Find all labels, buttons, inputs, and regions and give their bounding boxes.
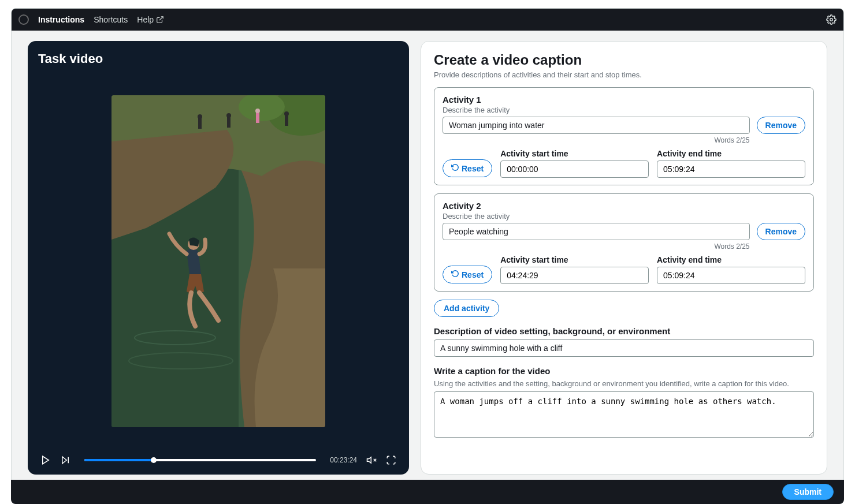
svg-marker-20 [367, 457, 371, 464]
describe-label: Describe the activity [443, 106, 805, 114]
video-area [38, 73, 399, 449]
svg-rect-6 [285, 115, 288, 126]
svg-marker-18 [62, 457, 67, 464]
bottom-bar: Submit [11, 480, 844, 504]
progress-thumb[interactable] [151, 457, 157, 463]
nav-help[interactable]: Help [137, 15, 164, 24]
word-count: Words 2/25 [443, 242, 750, 251]
svg-marker-17 [43, 456, 49, 464]
svg-rect-10 [198, 118, 202, 129]
fullscreen-icon[interactable] [386, 455, 396, 465]
start-time-label: Activity start time [500, 255, 649, 264]
activity-card: Activity 2 Describe the activity Words 2… [434, 193, 814, 292]
caption-label: Write a caption for the video [434, 366, 814, 376]
remove-activity-button[interactable]: Remove [757, 117, 805, 134]
settings-icon[interactable] [826, 14, 837, 25]
nav-instructions[interactable]: Instructions [38, 15, 84, 24]
video-panel: Task video [28, 41, 409, 475]
end-time-label: Activity end time [657, 255, 805, 264]
activity-heading: Activity 1 [443, 95, 805, 104]
brand-logo [18, 14, 29, 25]
caption-help: Using the activities and the setting, ba… [434, 379, 814, 388]
reset-time-button[interactable]: Reset [443, 159, 492, 177]
submit-button[interactable]: Submit [782, 484, 834, 500]
video-title: Task video [38, 51, 399, 66]
svg-point-13 [226, 113, 231, 118]
describe-label: Describe the activity [443, 212, 805, 221]
video-controls: 00:23:24 [38, 449, 399, 468]
activity-card: Activity 1 Describe the activity Words 2… [434, 87, 814, 185]
reset-time-button[interactable]: Reset [443, 266, 492, 283]
end-time-input[interactable] [657, 267, 805, 284]
activity-heading: Activity 2 [443, 201, 805, 211]
svg-point-11 [198, 114, 202, 119]
svg-point-7 [284, 111, 289, 116]
svg-point-9 [255, 109, 260, 113]
activity-description-input[interactable] [443, 117, 750, 134]
top-bar: Instructions Shortcuts Help [12, 9, 843, 31]
setting-input[interactable] [434, 339, 814, 357]
caption-textarea[interactable] [434, 391, 814, 438]
form-panel: Create a video caption Provide descripti… [421, 41, 827, 475]
progress-fill [84, 459, 154, 461]
time-label: 00:23:24 [330, 456, 357, 464]
add-activity-button[interactable]: Add activity [434, 300, 499, 317]
video-progress[interactable] [84, 459, 316, 461]
undo-icon [451, 270, 459, 278]
activity-description-input[interactable] [443, 223, 750, 240]
nav-help-label: Help [137, 15, 154, 24]
external-link-icon [156, 16, 164, 24]
volume-icon[interactable] [366, 455, 377, 465]
video-frame[interactable] [111, 95, 325, 427]
svg-rect-12 [227, 117, 231, 128]
svg-point-1 [830, 18, 833, 21]
word-count: Words 2/25 [443, 136, 750, 144]
form-title: Create a video caption [434, 52, 814, 68]
nav-shortcuts[interactable]: Shortcuts [94, 15, 128, 24]
end-time-input[interactable] [657, 160, 805, 178]
start-time-input[interactable] [500, 160, 649, 178]
end-time-label: Activity end time [657, 149, 805, 158]
skip-forward-icon[interactable] [60, 455, 70, 465]
svg-line-0 [159, 17, 163, 20]
setting-label: Description of video setting, background… [434, 326, 814, 336]
play-icon[interactable] [40, 455, 51, 465]
undo-icon [451, 163, 459, 171]
start-time-input[interactable] [500, 267, 649, 284]
start-time-label: Activity start time [500, 149, 649, 158]
form-subtitle: Provide descriptions of activities and t… [434, 70, 814, 79]
svg-rect-8 [256, 113, 259, 123]
remove-activity-button[interactable]: Remove [757, 223, 805, 240]
